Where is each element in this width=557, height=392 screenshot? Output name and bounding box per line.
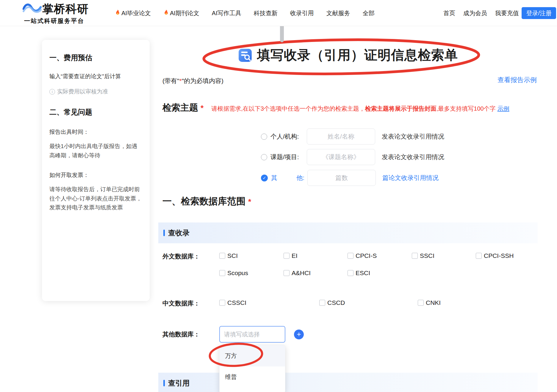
faq-question-report-time: 报告出具时间： bbox=[49, 128, 142, 136]
sidebar-section-faq-title: 二、常见问题 bbox=[49, 107, 142, 117]
radio-other-checked[interactable] bbox=[261, 175, 268, 181]
nav-label: AI期刊论文 bbox=[170, 9, 199, 17]
dropdown-option-weipu[interactable]: 维普 bbox=[220, 366, 285, 388]
personal-name-input[interactable] bbox=[307, 128, 375, 145]
page: 掌桥科研 一站式科研服务平台 AI毕业论文 AI期刊论文 AI写作工具 科技查新… bbox=[0, 0, 557, 392]
checkbox-item-cnki[interactable]: CNKI bbox=[418, 299, 441, 306]
nav-label: AI写作工具 bbox=[212, 9, 241, 17]
nav-item-ai-journal-paper[interactable]: AI期刊论文 bbox=[163, 9, 199, 17]
other-db-input[interactable] bbox=[219, 326, 285, 343]
paper-count-input[interactable] bbox=[307, 170, 376, 186]
checkbox-icon[interactable] bbox=[284, 253, 290, 259]
nav-item-recharge[interactable]: 我要充值 bbox=[495, 9, 519, 17]
checkbox-icon[interactable] bbox=[348, 253, 353, 259]
topic-option-other-row: 其他: 篇论文收录引用情况 bbox=[261, 170, 439, 186]
topic-option-label: 其他: bbox=[271, 174, 304, 182]
nav-label: 科技查新 bbox=[254, 9, 278, 17]
project-title-input[interactable] bbox=[307, 149, 375, 165]
nav-label: 全部 bbox=[363, 9, 375, 17]
required-fields-note: (带有"*"的为必填内容) bbox=[162, 77, 223, 85]
sidebar-cost-note-text: 实际费用以审核为准 bbox=[57, 88, 108, 95]
sidebar-cost-note: 实际费用以审核为准 bbox=[49, 88, 142, 95]
topic-option-personal-row: 个人/机构: 发表论文收录引用情况 bbox=[261, 128, 444, 145]
logo-title: 掌桥科研 bbox=[42, 1, 89, 17]
checkbox-item-ssci[interactable]: SSCI bbox=[412, 252, 434, 259]
checkbox-icon[interactable] bbox=[219, 270, 225, 276]
checkbox-icon[interactable] bbox=[476, 253, 482, 259]
citation-check-panel-header: 查引用 bbox=[158, 373, 538, 392]
checkbox-icon[interactable] bbox=[348, 270, 353, 276]
faq-question-invoice: 如何开取发票： bbox=[49, 171, 142, 179]
user-nav: 首页 成为会员 我要充值 bbox=[443, 0, 519, 26]
nav-item-inclusion-citation[interactable]: 收录引用 bbox=[290, 9, 314, 17]
nav-item-become-member[interactable]: 成为会员 bbox=[463, 9, 487, 17]
nav-item-ai-graduation-thesis[interactable]: AI毕业论文 bbox=[115, 9, 151, 17]
faq-answer-invoice: 请等待收取报告后，订单已完成时前往个人中心-订单列表点击开取发票，发票支持电子发… bbox=[49, 185, 142, 212]
logo-wave-icon bbox=[23, 2, 42, 17]
header: 掌桥科研 一站式科研服务平台 AI毕业论文 AI期刊论文 AI写作工具 科技查新… bbox=[0, 0, 557, 26]
document-search-icon bbox=[238, 48, 252, 62]
checkbox-icon[interactable] bbox=[284, 270, 290, 276]
checkbox-item-cscd[interactable]: CSCD bbox=[319, 299, 345, 306]
checkbox-item-sci[interactable]: SCI bbox=[219, 252, 238, 259]
checkbox-icon[interactable] bbox=[319, 300, 325, 306]
checkbox-item-ei[interactable]: EI bbox=[284, 252, 298, 259]
sidebar-card: 一、费用预估 输入“需要查证的论文”后计算 实际费用以审核为准 二、常见问题 报… bbox=[42, 40, 150, 301]
checkbox-icon[interactable] bbox=[412, 253, 418, 259]
checkbox-item-esci[interactable]: ESCI bbox=[348, 269, 370, 277]
radio-project[interactable] bbox=[261, 154, 267, 160]
page-title: 填写收录（引用）证明信息检索单 bbox=[257, 46, 458, 64]
search-topic-header: 检索主题* 请根据需求,在以下3个选项中任选一个作为您的检索主题，检索主题将展示… bbox=[162, 102, 509, 114]
page-title-row: 填写收录（引用）证明信息检索单 bbox=[158, 46, 538, 64]
fire-icon bbox=[115, 9, 121, 17]
info-icon bbox=[49, 89, 55, 95]
search-topic-hint: 请根据需求,在以下3个选项中任选一个作为您的检索主题，检索主题将展示于报告封面,… bbox=[211, 105, 509, 113]
dropdown-option-wanfang[interactable]: 万方 bbox=[220, 345, 285, 366]
radio-personal[interactable] bbox=[261, 134, 267, 140]
view-report-example-link[interactable]: 查看报告示例 bbox=[497, 76, 537, 84]
sidebar-section-cost-title: 一、费用预估 bbox=[49, 53, 142, 62]
checkbox-item-cpci-ssh[interactable]: CPCI-SSH bbox=[476, 252, 514, 259]
example-link[interactable]: 示例 bbox=[497, 105, 509, 112]
panel-accent-bar bbox=[163, 230, 165, 236]
checkbox-icon[interactable] bbox=[418, 300, 424, 306]
topic-option-suffix-link[interactable]: 篇论文收录引用情况 bbox=[382, 174, 439, 182]
chinese-db-label: 中文数据库： bbox=[162, 299, 200, 308]
nav-item-home[interactable]: 首页 bbox=[443, 9, 455, 17]
topic-option-suffix: 发表论文收录引用情况 bbox=[382, 132, 444, 141]
inclusion-check-panel-header: 查收录 bbox=[158, 222, 538, 243]
nav-item-literature-service[interactable]: 文献服务 bbox=[326, 9, 350, 17]
inclusion-panel-title: 查收录 bbox=[168, 228, 190, 238]
faq-answer-report-time: 最快1小时内出具电子版报告，如遇高峰期，请耐心等待 bbox=[49, 142, 142, 160]
checkbox-item-cpci-s[interactable]: CPCI-S bbox=[348, 252, 377, 259]
topic-option-label: 个人/机构: bbox=[270, 132, 304, 141]
nav-label: 收录引用 bbox=[290, 9, 314, 17]
add-database-button[interactable] bbox=[294, 330, 304, 339]
topic-option-label: 课题/项目: bbox=[270, 153, 304, 161]
panel-accent-bar bbox=[163, 380, 165, 386]
other-db-dropdown: 万方 维普 bbox=[219, 345, 285, 392]
other-db-label: 其他数据库： bbox=[162, 330, 200, 338]
nav-item-tech-novelty-search[interactable]: 科技查新 bbox=[254, 9, 278, 17]
topic-option-suffix: 发表论文收录引用情况 bbox=[382, 153, 444, 161]
login-register-button[interactable]: 登录/注册 bbox=[522, 7, 556, 19]
nav-item-all[interactable]: 全部 bbox=[363, 9, 375, 17]
citation-panel-title: 查引用 bbox=[168, 378, 190, 388]
nav-label: 文献服务 bbox=[326, 9, 350, 17]
sidebar-cost-line: 输入“需要查证的论文”后计算 bbox=[49, 72, 142, 81]
fire-icon bbox=[163, 9, 169, 17]
logo-subtitle: 一站式科研服务平台 bbox=[24, 17, 89, 25]
checkbox-item-ahci[interactable]: A&HCI bbox=[284, 269, 311, 277]
nav-item-ai-writing-tools[interactable]: AI写作工具 bbox=[212, 9, 241, 17]
foreign-db-label: 外文数据库： bbox=[162, 252, 200, 261]
checkbox-icon[interactable] bbox=[219, 253, 225, 259]
main-nav: AI毕业论文 AI期刊论文 AI写作工具 科技查新 收录引用 文献服务 全部 bbox=[115, 0, 375, 26]
search-topic-heading: 检索主题* bbox=[162, 102, 204, 114]
nav-label: AI毕业论文 bbox=[121, 9, 151, 17]
topic-option-project-row: 课题/项目: 发表论文收录引用情况 bbox=[261, 149, 444, 165]
checkbox-item-scopus[interactable]: Scopus bbox=[219, 269, 248, 277]
database-scope-heading: 一、检索数据库范围* bbox=[162, 195, 251, 208]
logo[interactable]: 掌桥科研 一站式科研服务平台 bbox=[23, 1, 89, 25]
checkbox-item-cssci[interactable]: CSSCI bbox=[219, 299, 246, 306]
checkbox-icon[interactable] bbox=[219, 300, 225, 306]
